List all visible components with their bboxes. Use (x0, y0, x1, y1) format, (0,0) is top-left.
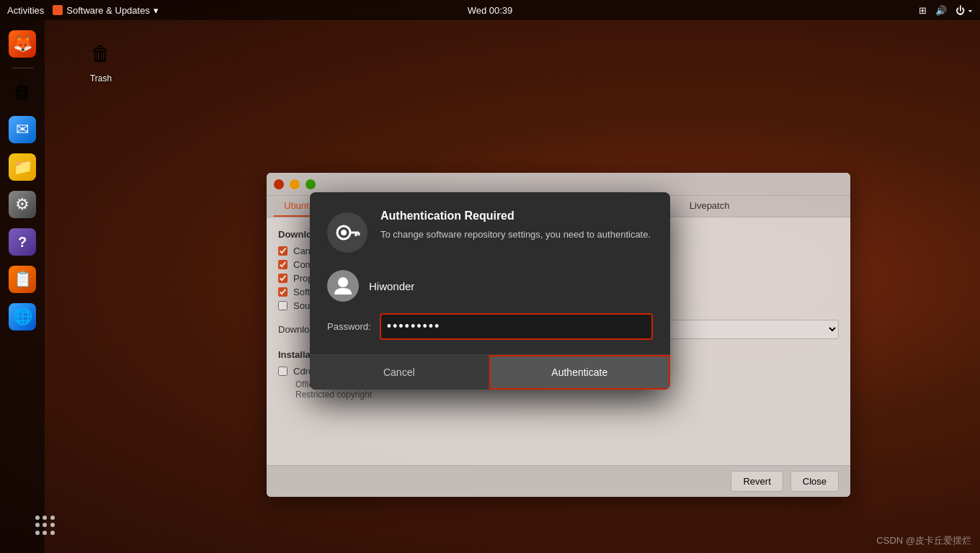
auth-header: Authentication Required To change softwa… (310, 192, 670, 264)
watermark: CSDN @皮卡丘爱摆烂 (876, 534, 971, 547)
password-input[interactable] (386, 316, 647, 337)
cancel-button[interactable]: Cancel (310, 355, 489, 390)
auth-title-section: Authentication Required To change softwa… (380, 210, 651, 241)
authenticate-button[interactable]: Authenticate (489, 355, 671, 390)
password-label: Password: (327, 321, 371, 332)
auth-password-row: Password: (310, 313, 670, 354)
auth-dialog-description: To change software repository settings, … (380, 228, 651, 241)
auth-username: Hiwonder (369, 280, 414, 292)
auth-buttons: Cancel Authenticate (310, 354, 670, 390)
auth-user-row: Hiwonder (310, 264, 670, 313)
svg-point-1 (341, 230, 347, 235)
auth-dialog: Authentication Required To change softwa… (310, 192, 670, 390)
key-svg (334, 220, 360, 246)
svg-point-5 (338, 277, 348, 287)
auth-dialog-title: Authentication Required (380, 210, 651, 222)
user-avatar (327, 270, 359, 302)
auth-key-icon (327, 212, 368, 253)
password-field-wrapper (380, 313, 653, 340)
watermark-text: CSDN @皮卡丘爱摆烂 (876, 535, 971, 546)
dialog-overlay: Authentication Required To change softwa… (0, 0, 980, 553)
avatar-svg (332, 275, 354, 297)
